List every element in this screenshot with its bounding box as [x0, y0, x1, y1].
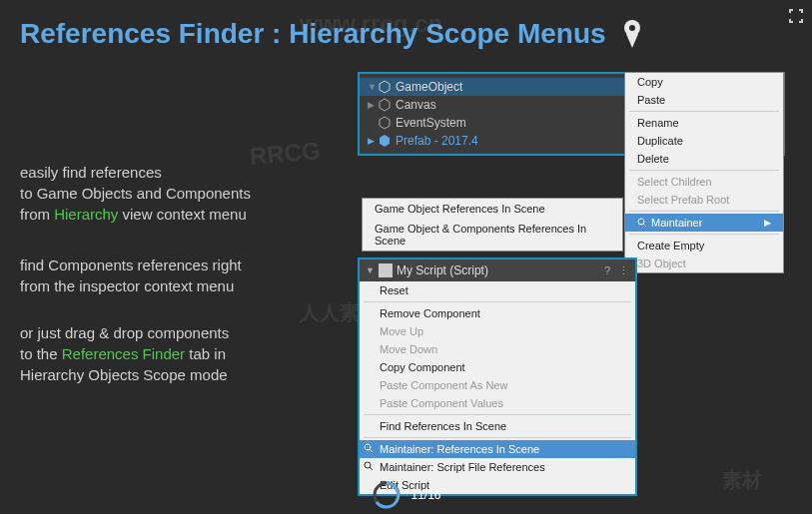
page-indicator: 11/16: [371, 480, 440, 510]
ctx-move-down: Move Down: [360, 340, 635, 358]
prefab-icon: [378, 134, 392, 148]
description-block-2: find Components references right from th…: [20, 255, 242, 296]
svg-line-5: [370, 449, 373, 452]
ctx-maintainer-script[interactable]: Maintainer: Script File References: [360, 458, 635, 476]
ctx-copy[interactable]: Copy: [625, 73, 783, 91]
page-number: 11/16: [410, 488, 440, 502]
cube-icon: [378, 116, 392, 130]
ctx-paste[interactable]: Paste: [625, 91, 783, 109]
ctx-maintainer-refs[interactable]: Maintainer: References In Scene: [360, 440, 635, 458]
progress-arc-icon: [371, 480, 401, 510]
ctx-maintainer[interactable]: Maintainer ▶: [625, 214, 783, 232]
ctx-move-up: Move Up: [360, 322, 635, 340]
ctx-paste-as-new: Paste Component As New: [360, 376, 635, 394]
menu-icon[interactable]: ⋮: [617, 264, 629, 276]
script-icon: [379, 263, 393, 277]
chevron-down-icon: ▼: [366, 265, 375, 275]
ctx-select-prefab-root: Select Prefab Root: [625, 191, 783, 209]
ctx-remove-component[interactable]: Remove Component: [360, 304, 635, 322]
chevron-right-icon: ▶: [764, 218, 771, 228]
inspector-title: My Script (Script): [397, 263, 488, 277]
fullscreen-icon[interactable]: [788, 8, 804, 24]
ctx-find-refs[interactable]: Find References In Scene: [360, 417, 635, 435]
submenu-maintainer: Game Object References In Scene Game Obj…: [362, 198, 623, 252]
search-icon: [637, 218, 647, 228]
ctx-3d-object[interactable]: 3D Object: [625, 255, 783, 272]
separator: [364, 301, 631, 302]
ctx-duplicate[interactable]: Duplicate: [625, 132, 783, 150]
help-icon[interactable]: ?: [601, 264, 613, 276]
description-block-3: or just drag & drop components to the Re…: [20, 322, 229, 385]
chevron-right-icon: ▶: [368, 136, 378, 146]
watermark: 素材: [722, 467, 762, 494]
svg-line-7: [370, 467, 373, 470]
svg-point-1: [629, 25, 635, 31]
cube-icon: [378, 80, 392, 94]
ctx-copy-component[interactable]: Copy Component: [360, 358, 635, 376]
watermark: RRCG: [249, 137, 322, 171]
ctx-reset[interactable]: Reset: [360, 281, 635, 299]
highlight-references-finder: References Finder: [62, 345, 185, 362]
search-icon: [364, 443, 374, 453]
highlight-hierarchy: Hierarchy: [54, 206, 118, 223]
submenu-go-refs[interactable]: Game Object References In Scene: [363, 199, 622, 219]
ctx-rename[interactable]: Rename: [625, 114, 783, 132]
context-menu-inspector: Reset Remove Component Move Up Move Down…: [360, 281, 635, 494]
page-title: References Finder : Hierarchy Scope Menu…: [0, 0, 812, 60]
separator: [629, 170, 779, 171]
separator: [629, 111, 779, 112]
inspector-header[interactable]: ▼ My Script (Script) ? ⋮: [360, 259, 635, 281]
gear-logo-icon: [616, 18, 648, 50]
ctx-paste-values: Paste Component Values: [360, 394, 635, 412]
ctx-select-children: Select Children: [625, 173, 783, 191]
separator: [629, 234, 779, 235]
search-icon: [364, 461, 374, 471]
description-block-1: easily find references to Game Objects a…: [20, 162, 251, 225]
separator: [629, 211, 779, 212]
ctx-delete[interactable]: Delete: [625, 150, 783, 168]
separator: [364, 437, 631, 438]
cube-icon: [378, 98, 392, 112]
ctx-create-empty[interactable]: Create Empty: [625, 237, 783, 255]
separator: [364, 414, 631, 415]
inspector-panel: ▼ My Script (Script) ? ⋮ Reset Remove Co…: [358, 257, 637, 496]
chevron-down-icon: ▼: [368, 82, 378, 92]
svg-line-3: [643, 224, 646, 227]
context-menu-hierarchy: Copy Paste Rename Duplicate Delete Selec…: [624, 72, 784, 273]
chevron-right-icon: ▶: [368, 100, 378, 110]
submenu-go-comp-refs[interactable]: Game Object & Components References In S…: [363, 219, 622, 251]
